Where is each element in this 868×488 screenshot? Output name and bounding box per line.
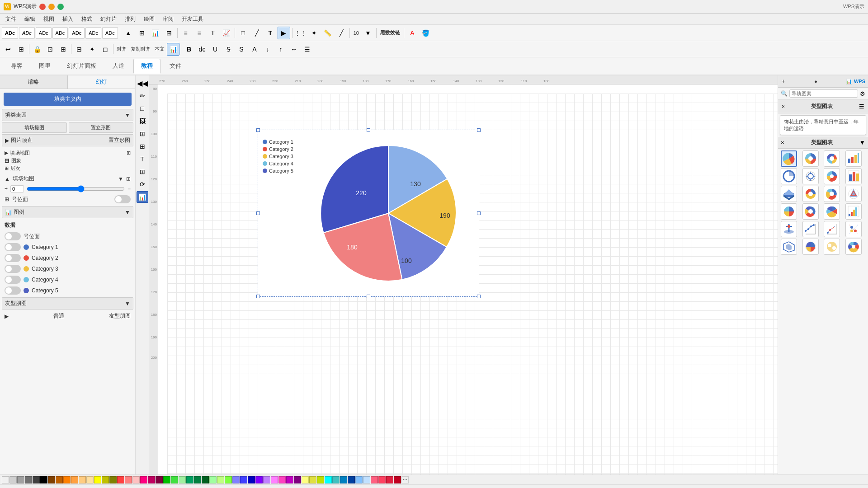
color-swatch-green[interactable]	[163, 476, 170, 483]
font-size-dropdown[interactable]: ▼	[362, 27, 374, 39]
color-swatch-darkpurple[interactable]	[294, 476, 301, 483]
color-swatch-brown[interactable]	[48, 476, 55, 483]
chart-type-histogram[interactable]	[802, 239, 819, 255]
tb2-sup-btn[interactable]: ↑	[274, 43, 287, 56]
tb2-underline-btn[interactable]: U	[209, 43, 222, 56]
align-left-btn[interactable]: ≡	[179, 27, 192, 39]
tb2-btn1[interactable]: ↩	[2, 43, 14, 56]
color-swatch-darkgray[interactable]	[25, 476, 32, 483]
color-swatch-cyan[interactable]	[325, 476, 332, 483]
chart-type-line[interactable]	[802, 168, 819, 184]
handle-bc[interactable]	[367, 295, 370, 298]
color-swatch-olive[interactable]	[102, 476, 109, 483]
color-swatch-lightorange[interactable]	[71, 476, 78, 483]
menu-view[interactable]: 视图	[40, 14, 58, 24]
chart-type-sunburst[interactable]	[781, 203, 797, 220]
color-swatch-lightred[interactable]	[125, 476, 132, 483]
vert-icon2-btn[interactable]: ⊞	[137, 166, 148, 178]
chart-type-funnel[interactable]	[824, 221, 840, 237]
menu-format[interactable]: 格式	[78, 14, 96, 24]
tb2-distribute-btn[interactable]: ⊟	[73, 43, 85, 56]
grid-btn[interactable]: ⋮⋮	[294, 27, 307, 39]
sparkle-btn[interactable]: ✦	[308, 27, 321, 39]
color-more-btn[interactable]: ⋯	[401, 476, 409, 483]
color-swatch-lightgray[interactable]	[9, 476, 17, 483]
nav-tab-guide[interactable]: 导客	[4, 59, 30, 73]
chart-type-area[interactable]	[824, 168, 840, 184]
color-swatch-hotpink[interactable]	[140, 476, 147, 483]
handle-ml[interactable]	[256, 211, 260, 215]
color-swatch-lightgreen[interactable]	[171, 476, 178, 483]
chart-group-btn[interactable]: 填类主义内	[4, 93, 132, 106]
right-add-btn[interactable]: +	[781, 77, 786, 85]
color-swatch-lightblue[interactable]	[363, 476, 370, 483]
chart-type-treemap[interactable]	[802, 203, 819, 220]
cat4-toggle[interactable]	[5, 276, 21, 284]
color-swatch-violet[interactable]	[255, 476, 263, 483]
tb2-strikethrough-btn[interactable]: S̶	[222, 43, 235, 56]
cat3-toggle[interactable]	[5, 265, 21, 273]
chart-type-violin[interactable]	[824, 239, 840, 255]
dropdown-section[interactable]: ▶ 图片顶直 置立形图	[2, 134, 133, 146]
color-picker-btn[interactable]: A	[406, 27, 419, 39]
chart-type-heatmap[interactable]	[845, 239, 862, 255]
line-btn[interactable]: ╱	[250, 27, 263, 39]
sidebar-tab-thumbnail[interactable]: 缩略	[0, 75, 68, 89]
chart-type-scatter[interactable]	[845, 168, 862, 184]
tb2-group-btn[interactable]: ⊞	[57, 43, 70, 56]
menu-slide[interactable]: 幻灯片	[97, 14, 120, 24]
chart-type-combo[interactable]	[824, 186, 840, 202]
chart-header-section[interactable]: 填类走园 ▼	[2, 109, 133, 121]
tb2-chart-active-btn[interactable]: 📊	[167, 43, 179, 56]
color-swatch-cream[interactable]	[86, 476, 94, 483]
color-swatch-peach[interactable]	[79, 476, 86, 483]
nav-tab-chart[interactable]: 图里	[32, 59, 58, 73]
tb2-btn2[interactable]: ⊞	[15, 43, 28, 56]
chart-type-bar[interactable]	[781, 168, 797, 184]
cat2-toggle[interactable]	[5, 254, 21, 262]
handle-tc[interactable]	[367, 128, 370, 132]
color-swatch-cornflower[interactable]	[340, 476, 347, 483]
color-swatch-darkteal[interactable]	[194, 476, 201, 483]
nav-tab-tutorial[interactable]: 教程	[133, 59, 160, 74]
font-style-btn-6[interactable]: ADc	[85, 27, 101, 39]
chart-type-stock[interactable]	[845, 221, 862, 237]
right-panel-menu[interactable]: ☰	[859, 103, 864, 110]
vert-shape-btn[interactable]: □	[137, 103, 148, 114]
handle-mr[interactable]	[477, 211, 481, 215]
color-swatch-chartreuse[interactable]	[225, 476, 232, 483]
rotation-slider[interactable]	[27, 185, 125, 192]
cat1-toggle[interactable]	[5, 243, 21, 251]
insert-table-btn[interactable]: ⊞	[136, 27, 148, 39]
color-swatch-yellowgreen[interactable]	[317, 476, 324, 483]
color-swatch-darkorange[interactable]	[56, 476, 63, 483]
toggle-switch-1[interactable]	[114, 195, 131, 203]
menu-file[interactable]: 文件	[2, 14, 20, 24]
color-swatch-yellow[interactable]	[94, 476, 101, 483]
color-swatch-mint[interactable]	[209, 476, 217, 483]
color-swatch-darkred[interactable]	[394, 476, 401, 483]
color-swatch-black[interactable]	[40, 476, 47, 483]
menu-insert[interactable]: 插入	[59, 14, 77, 24]
menu-draw[interactable]: 绘图	[140, 14, 158, 24]
color-swatch-yellow2[interactable]	[309, 476, 316, 483]
right-panel-close[interactable]: ×	[782, 103, 785, 110]
friend-section[interactable]: 友型朋图 ▼	[2, 297, 133, 310]
color-swatch-teal[interactable]	[186, 476, 193, 483]
font-style-btn-5[interactable]: ADc	[69, 27, 85, 39]
insert-chart-btn[interactable]: 📊	[149, 27, 162, 39]
cat5-toggle[interactable]	[5, 286, 21, 295]
vert-image-btn[interactable]: 🖼	[137, 115, 148, 127]
tb2-sub-btn[interactable]: ↓	[261, 43, 274, 56]
tb2-italic-btn[interactable]: dc	[196, 43, 208, 56]
chart-type-pie2[interactable]	[802, 150, 819, 167]
color-swatch-crimson2[interactable]	[386, 476, 393, 483]
color-swatch-crimson[interactable]	[148, 476, 155, 483]
handle-tl[interactable]	[256, 128, 260, 132]
chart-type-bubble[interactable]	[802, 221, 819, 237]
color-swatch-charcoal[interactable]	[33, 476, 40, 483]
menu-review[interactable]: 审阅	[159, 14, 177, 24]
chart-type-donut2[interactable]	[845, 150, 862, 167]
color-swatch-palegreen[interactable]	[179, 476, 186, 483]
color-swatch-purple[interactable]	[286, 476, 293, 483]
